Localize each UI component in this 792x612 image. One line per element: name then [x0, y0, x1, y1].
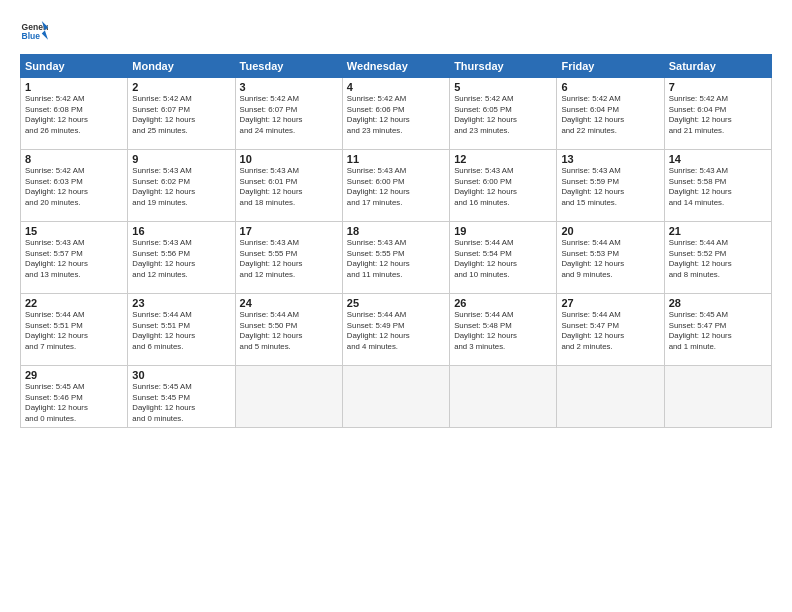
day-info-15: Sunrise: 5:43 AMSunset: 5:57 PMDaylight:…	[25, 238, 123, 280]
day-info-28: Sunrise: 5:45 AMSunset: 5:47 PMDaylight:…	[669, 310, 767, 352]
calendar-cell-empty	[342, 366, 449, 428]
calendar-cell-day-6: 6Sunrise: 5:42 AMSunset: 6:04 PMDaylight…	[557, 78, 664, 150]
calendar-cell-day-5: 5Sunrise: 5:42 AMSunset: 6:05 PMDaylight…	[450, 78, 557, 150]
calendar-cell-day-26: 26Sunrise: 5:44 AMSunset: 5:48 PMDayligh…	[450, 294, 557, 366]
day-info-8: Sunrise: 5:42 AMSunset: 6:03 PMDaylight:…	[25, 166, 123, 208]
calendar-header-sunday: Sunday	[21, 55, 128, 78]
day-info-30: Sunrise: 5:45 AMSunset: 5:45 PMDaylight:…	[132, 382, 230, 424]
day-number-11: 11	[347, 153, 445, 165]
day-number-30: 30	[132, 369, 230, 381]
calendar-header-friday: Friday	[557, 55, 664, 78]
calendar-cell-day-14: 14Sunrise: 5:43 AMSunset: 5:58 PMDayligh…	[664, 150, 771, 222]
calendar-cell-empty	[664, 366, 771, 428]
day-number-5: 5	[454, 81, 552, 93]
calendar-cell-day-24: 24Sunrise: 5:44 AMSunset: 5:50 PMDayligh…	[235, 294, 342, 366]
calendar-cell-day-10: 10Sunrise: 5:43 AMSunset: 6:01 PMDayligh…	[235, 150, 342, 222]
calendar-cell-day-17: 17Sunrise: 5:43 AMSunset: 5:55 PMDayligh…	[235, 222, 342, 294]
calendar-cell-day-15: 15Sunrise: 5:43 AMSunset: 5:57 PMDayligh…	[21, 222, 128, 294]
day-number-29: 29	[25, 369, 123, 381]
day-number-4: 4	[347, 81, 445, 93]
day-number-22: 22	[25, 297, 123, 309]
calendar-cell-day-9: 9Sunrise: 5:43 AMSunset: 6:02 PMDaylight…	[128, 150, 235, 222]
day-info-24: Sunrise: 5:44 AMSunset: 5:50 PMDaylight:…	[240, 310, 338, 352]
calendar-cell-day-28: 28Sunrise: 5:45 AMSunset: 5:47 PMDayligh…	[664, 294, 771, 366]
day-number-21: 21	[669, 225, 767, 237]
day-number-6: 6	[561, 81, 659, 93]
logo: General Blue	[20, 18, 52, 46]
day-info-19: Sunrise: 5:44 AMSunset: 5:54 PMDaylight:…	[454, 238, 552, 280]
day-number-27: 27	[561, 297, 659, 309]
calendar-cell-empty	[450, 366, 557, 428]
day-info-26: Sunrise: 5:44 AMSunset: 5:48 PMDaylight:…	[454, 310, 552, 352]
day-info-18: Sunrise: 5:43 AMSunset: 5:55 PMDaylight:…	[347, 238, 445, 280]
calendar-cell-day-29: 29Sunrise: 5:45 AMSunset: 5:46 PMDayligh…	[21, 366, 128, 428]
calendar-header-wednesday: Wednesday	[342, 55, 449, 78]
day-info-20: Sunrise: 5:44 AMSunset: 5:53 PMDaylight:…	[561, 238, 659, 280]
calendar-cell-day-18: 18Sunrise: 5:43 AMSunset: 5:55 PMDayligh…	[342, 222, 449, 294]
day-number-9: 9	[132, 153, 230, 165]
day-number-25: 25	[347, 297, 445, 309]
calendar-week-5: 29Sunrise: 5:45 AMSunset: 5:46 PMDayligh…	[21, 366, 772, 428]
day-info-2: Sunrise: 5:42 AMSunset: 6:07 PMDaylight:…	[132, 94, 230, 136]
calendar-cell-day-4: 4Sunrise: 5:42 AMSunset: 6:06 PMDaylight…	[342, 78, 449, 150]
calendar-cell-day-16: 16Sunrise: 5:43 AMSunset: 5:56 PMDayligh…	[128, 222, 235, 294]
logo-icon: General Blue	[20, 18, 48, 46]
day-info-10: Sunrise: 5:43 AMSunset: 6:01 PMDaylight:…	[240, 166, 338, 208]
day-number-1: 1	[25, 81, 123, 93]
day-info-4: Sunrise: 5:42 AMSunset: 6:06 PMDaylight:…	[347, 94, 445, 136]
day-number-28: 28	[669, 297, 767, 309]
calendar-body: 1Sunrise: 5:42 AMSunset: 6:08 PMDaylight…	[21, 78, 772, 428]
day-number-7: 7	[669, 81, 767, 93]
calendar-cell-day-1: 1Sunrise: 5:42 AMSunset: 6:08 PMDaylight…	[21, 78, 128, 150]
calendar-cell-day-23: 23Sunrise: 5:44 AMSunset: 5:51 PMDayligh…	[128, 294, 235, 366]
calendar-cell-day-12: 12Sunrise: 5:43 AMSunset: 6:00 PMDayligh…	[450, 150, 557, 222]
day-number-23: 23	[132, 297, 230, 309]
day-number-19: 19	[454, 225, 552, 237]
page-header: General Blue	[20, 18, 772, 46]
day-info-17: Sunrise: 5:43 AMSunset: 5:55 PMDaylight:…	[240, 238, 338, 280]
calendar-header-monday: Monday	[128, 55, 235, 78]
day-number-14: 14	[669, 153, 767, 165]
calendar-cell-day-8: 8Sunrise: 5:42 AMSunset: 6:03 PMDaylight…	[21, 150, 128, 222]
day-info-13: Sunrise: 5:43 AMSunset: 5:59 PMDaylight:…	[561, 166, 659, 208]
day-info-25: Sunrise: 5:44 AMSunset: 5:49 PMDaylight:…	[347, 310, 445, 352]
calendar-header-thursday: Thursday	[450, 55, 557, 78]
day-info-21: Sunrise: 5:44 AMSunset: 5:52 PMDaylight:…	[669, 238, 767, 280]
calendar-cell-day-22: 22Sunrise: 5:44 AMSunset: 5:51 PMDayligh…	[21, 294, 128, 366]
day-number-26: 26	[454, 297, 552, 309]
calendar-header-tuesday: Tuesday	[235, 55, 342, 78]
calendar-week-1: 1Sunrise: 5:42 AMSunset: 6:08 PMDaylight…	[21, 78, 772, 150]
calendar-cell-day-27: 27Sunrise: 5:44 AMSunset: 5:47 PMDayligh…	[557, 294, 664, 366]
day-info-14: Sunrise: 5:43 AMSunset: 5:58 PMDaylight:…	[669, 166, 767, 208]
calendar-cell-day-20: 20Sunrise: 5:44 AMSunset: 5:53 PMDayligh…	[557, 222, 664, 294]
day-number-15: 15	[25, 225, 123, 237]
calendar-header-row: SundayMondayTuesdayWednesdayThursdayFrid…	[21, 55, 772, 78]
day-number-12: 12	[454, 153, 552, 165]
day-info-12: Sunrise: 5:43 AMSunset: 6:00 PMDaylight:…	[454, 166, 552, 208]
calendar-cell-day-30: 30Sunrise: 5:45 AMSunset: 5:45 PMDayligh…	[128, 366, 235, 428]
day-number-2: 2	[132, 81, 230, 93]
day-number-24: 24	[240, 297, 338, 309]
day-number-8: 8	[25, 153, 123, 165]
day-info-5: Sunrise: 5:42 AMSunset: 6:05 PMDaylight:…	[454, 94, 552, 136]
day-number-13: 13	[561, 153, 659, 165]
day-number-18: 18	[347, 225, 445, 237]
day-info-1: Sunrise: 5:42 AMSunset: 6:08 PMDaylight:…	[25, 94, 123, 136]
calendar-cell-day-3: 3Sunrise: 5:42 AMSunset: 6:07 PMDaylight…	[235, 78, 342, 150]
day-number-17: 17	[240, 225, 338, 237]
day-number-20: 20	[561, 225, 659, 237]
calendar-cell-empty	[557, 366, 664, 428]
calendar-header-saturday: Saturday	[664, 55, 771, 78]
day-info-29: Sunrise: 5:45 AMSunset: 5:46 PMDaylight:…	[25, 382, 123, 424]
day-info-22: Sunrise: 5:44 AMSunset: 5:51 PMDaylight:…	[25, 310, 123, 352]
day-info-27: Sunrise: 5:44 AMSunset: 5:47 PMDaylight:…	[561, 310, 659, 352]
calendar-cell-day-25: 25Sunrise: 5:44 AMSunset: 5:49 PMDayligh…	[342, 294, 449, 366]
day-info-7: Sunrise: 5:42 AMSunset: 6:04 PMDaylight:…	[669, 94, 767, 136]
day-number-16: 16	[132, 225, 230, 237]
calendar-cell-empty	[235, 366, 342, 428]
calendar-week-2: 8Sunrise: 5:42 AMSunset: 6:03 PMDaylight…	[21, 150, 772, 222]
day-info-16: Sunrise: 5:43 AMSunset: 5:56 PMDaylight:…	[132, 238, 230, 280]
svg-text:Blue: Blue	[22, 31, 41, 41]
day-info-9: Sunrise: 5:43 AMSunset: 6:02 PMDaylight:…	[132, 166, 230, 208]
day-info-6: Sunrise: 5:42 AMSunset: 6:04 PMDaylight:…	[561, 94, 659, 136]
